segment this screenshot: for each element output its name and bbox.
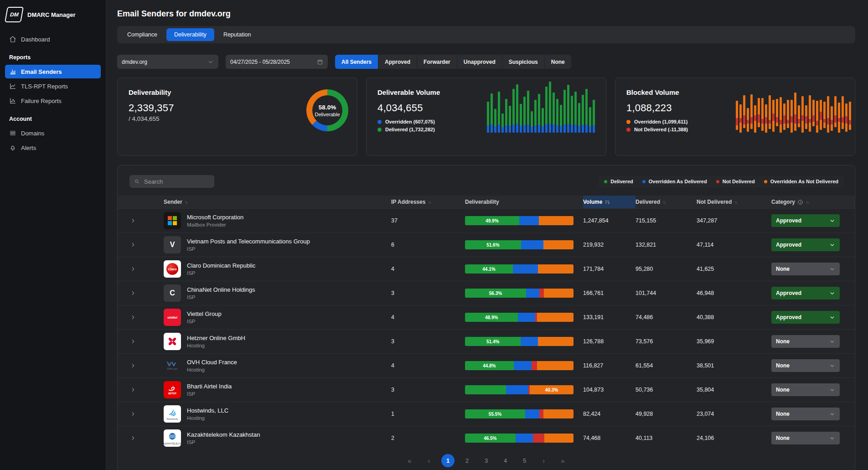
mini-bar [501,114,504,133]
table-row[interactable]: viettel Viettel Group ISP 4 48.9% 133,19… [118,305,855,329]
pagination-page-5[interactable]: 5 [518,454,531,467]
chevron-down-icon [829,435,835,441]
category-value: Approved [776,314,801,320]
chevron-right-icon[interactable] [130,242,136,248]
legend-label: Overridden (607,075) [385,119,435,124]
table-row[interactable]: Hostwinds Hostwinds, LLC Hosting 1 55.5%… [118,402,855,426]
table-row[interactable]: V Vietnam Posts and Telecommunications G… [118,232,855,257]
pagination-page-3[interactable]: 3 [480,454,493,467]
domain-select[interactable]: dmdev.org [117,55,218,69]
filter-suspicious[interactable]: Suspicious [502,55,544,69]
sender-logo-cell: airtel [158,381,185,398]
sidebar-item-tls-rpt-reports[interactable]: TLS-RPT Reports [5,79,101,93]
chevron-right-icon[interactable] [130,314,136,320]
mini-bar [523,97,526,133]
sidebar-item-failure-reports[interactable]: Failure Reports [5,94,101,108]
legend-label: Overridden As Delivered [649,179,707,184]
column-header-volume[interactable]: Volume [583,196,636,208]
chevron-right-icon[interactable] [130,338,136,345]
column-header-not-delivered[interactable]: Not Delivered↑↓ [697,196,771,208]
expand-cell [118,217,158,224]
pagination-page-4[interactable]: 4 [499,454,512,467]
volume-value: 126,788 [583,338,636,345]
table-row[interactable]: Microsoft Corporation Mailbox Provider 3… [118,208,855,232]
sidebar-item-domains[interactable]: Domains [5,126,101,140]
table-row[interactable]: OVH.com OVH Cloud France Hosting 4 44.8%… [118,353,855,377]
filter-all-senders[interactable]: All Senders [335,55,378,69]
expand-cell [118,266,158,272]
tab-deliverability[interactable]: Deliverability [166,28,214,41]
mini-bar [534,100,537,133]
category-select[interactable]: None [771,263,840,275]
category-select[interactable]: Approved [771,238,840,251]
deliverability-bar: 55.5% [465,409,574,418]
deliverable-volume-bar-chart [487,79,594,133]
bar-segment-orange [544,289,574,298]
blocked-volume-card: Blocked Volume 1,088,223 Overridden (1,0… [615,77,855,156]
mini-bar [787,100,789,128]
chevron-right-icon[interactable] [130,266,136,272]
table-row[interactable]: Claro Claro Dominican Republic ISP 4 44.… [118,257,855,281]
pagination-page-2[interactable]: 2 [460,454,474,467]
column-header-delivered[interactable]: Delivered↑↓ [636,196,697,208]
chevron-right-icon[interactable] [130,362,136,369]
mini-bar [845,103,847,132]
chevron-down-icon [829,315,835,320]
category-select[interactable]: None [771,432,840,444]
column-header-sender[interactable]: Sender↑↓ [158,196,391,208]
date-range-picker[interactable]: 04/27/2025 - 05/28/2025 [226,55,328,69]
chevron-down-icon [829,218,835,224]
filter-unapproved[interactable]: Unapproved [457,55,502,69]
deliverability-bar: 44.8% [465,361,574,370]
column-header-ip-addresses[interactable]: IP Addresses↑↓ [391,196,465,208]
summary-cards: Deliverability 2,339,357 / 4,034,655 58.… [117,77,855,156]
pagination-last[interactable]: » [556,454,569,467]
chevron-right-icon[interactable] [130,290,136,296]
ip-addresses-value: 6 [391,242,465,248]
category-select[interactable]: Approved [771,311,840,324]
category-select[interactable]: None [771,383,840,396]
mini-bar [578,103,580,133]
mini-bar [798,105,800,127]
sidebar: DM DMARC Manager Dashboard Reports Email… [0,0,106,470]
category-select[interactable]: Approved [771,214,840,227]
sidebar-item-alerts[interactable]: Alerts [5,141,101,155]
mini-bar [816,101,818,133]
pagination-next[interactable]: › [537,454,550,467]
tab-reputation[interactable]: Reputation [216,28,258,41]
filter-none[interactable]: None [544,55,571,69]
sender-logo-cell [158,333,185,350]
ip-addresses-value: 4 [391,266,465,272]
column-header-category[interactable]: Category ↑↓ [771,196,856,208]
chevron-right-icon[interactable] [130,435,136,441]
bar-segment-blue [518,313,535,322]
chevron-down-icon [829,411,835,417]
mini-bar [801,96,804,133]
bar-segment-green: 49.9% [465,216,519,225]
chevron-right-icon[interactable] [130,411,136,417]
page-title: Email Senders for dmdev.org [117,0,855,19]
category-select[interactable]: Approved [771,287,840,300]
table-row[interactable]: C ChinaNet Online Holdings ISP 3 56.3% 1… [118,281,855,305]
table-row[interactable]: airtel Bharti Airtel India ISP 3 40.3% 1… [118,377,855,402]
tab-compliance[interactable]: Compliance [119,28,165,41]
search-box[interactable] [129,175,214,188]
filter-approved[interactable]: Approved [378,55,417,69]
pagination-first[interactable]: « [403,454,416,467]
table-row[interactable]: KAZAKHTELECOM Kazakhtelekom Kazakhstan I… [118,426,855,450]
table-row[interactable]: Hetzner Online GmbH Hosting 3 51.4% 126,… [118,329,855,353]
pagination-prev[interactable]: ‹ [422,454,435,467]
category-select[interactable]: None [771,408,840,420]
search-input[interactable] [143,178,210,186]
chevron-right-icon[interactable] [130,387,136,393]
sidebar-item-dashboard[interactable]: Dashboard [5,32,101,46]
category-select[interactable]: None [771,359,840,372]
delivered-value: 40,113 [636,435,697,441]
filter-forwarder[interactable]: Forwarder [417,55,457,69]
sidebar-item-email-senders[interactable]: Email Senders [5,65,101,78]
pagination-page-1[interactable]: 1 [441,454,455,467]
category-select[interactable]: None [771,335,840,348]
mini-bar [520,104,522,133]
chevron-right-icon[interactable] [130,217,136,224]
deliverability-bar: 44.1% [465,264,574,274]
